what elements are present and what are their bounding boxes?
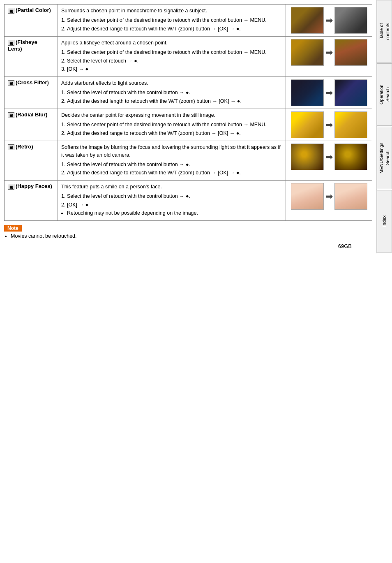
arrow-happy-faces: ➡ [325,191,333,202]
image-after-radial-blur [334,111,367,138]
steps-list-fisheye-lens: Select the center point of the desired i… [67,49,282,73]
description-radial-blur: Decides the center point for expressing … [58,109,286,141]
feature-name-text-cross-filter: (Cross Filter) [16,79,49,86]
sidebar-tab-operation-search[interactable]: Operation Search [377,63,392,126]
step-fisheye-lens-2: [OK] → ● [67,65,282,73]
step-partial-color-0: Select the center point of the desired i… [67,16,282,24]
bullet-happy-faces-0: Retouching may not be possible depending… [67,209,282,217]
images-partial-color: ➡ [286,5,372,37]
description-partial-color: Surrounds a chosen point in monochrome t… [58,5,286,37]
bullets-happy-faces: Retouching may not be possible depending… [67,209,282,217]
note-section: Note Movies cannot be retouched. [4,225,372,239]
image-after-partial-color [334,7,367,34]
feature-name-retro: ▣(Retro) [5,141,58,181]
steps-list-retro: Select the level of retouch with the con… [67,161,282,177]
images-fisheye-lens: ➡ [286,37,372,77]
images-row-cross-filter: ➡ [289,79,369,106]
arrow-fisheye-lens: ➡ [325,47,333,58]
images-row-radial-blur: ➡ [289,111,369,138]
image-before-happy-faces [291,183,324,210]
image-after-happy-faces [334,183,367,210]
description-intro-fisheye-lens: Applies a fisheye effect around a chosen… [61,39,282,47]
right-sidebar: Table of contentsOperation SearchMENU/Se… [376,0,392,253]
step-radial-blur-1: Adjust the desired range to retouch with… [67,130,282,137]
arrow-cross-filter: ➡ [325,88,333,98]
page-number: 69GB [338,243,352,249]
image-after-retro [334,144,367,170]
feature-icon-cross-filter: ▣ [8,80,14,86]
note-list: Movies cannot be retouched. [11,233,372,239]
step-fisheye-lens-1: Select the level of retouch → ●. [67,57,282,65]
image-after-cross-filter [334,79,367,106]
steps-list-happy-faces: Select the level of retouch with the con… [67,192,282,209]
step-cross-filter-0: Select the level of retouch with the con… [67,89,282,97]
images-radial-blur: ➡ [286,109,372,141]
feature-name-text-partial-color: (Partial Color) [16,7,51,13]
step-cross-filter-1: Adjust the desired length to retouch wit… [67,97,282,105]
images-cross-filter: ➡ [286,77,372,109]
feature-name-text-happy-faces: (Happy Faces) [16,183,52,189]
description-intro-retro: Softens the image by blurring the focus … [61,144,282,159]
step-partial-color-1: Adjust the desired range to retouch with… [67,25,282,33]
description-retro: Softens the image by blurring the focus … [58,141,286,181]
images-row-partial-color: ➡ [289,7,369,34]
feature-name-cross-filter: ▣(Cross Filter) [5,77,58,109]
image-before-radial-blur [291,111,324,138]
sidebar-tab-menu-settings-search[interactable]: MENU/Settings Search [377,127,392,189]
feature-icon-partial-color: ▣ [8,8,14,14]
step-happy-faces-1: [OK] → ● [67,201,282,209]
feature-name-happy-faces: ▣(Happy Faces) [5,181,58,221]
feature-name-text-retro: (Retro) [16,144,33,150]
description-intro-radial-blur: Decides the center point for expressing … [61,111,282,119]
arrow-retro: ➡ [325,152,333,162]
step-fisheye-lens-0: Select the center point of the desired i… [67,49,282,56]
step-happy-faces-0: Select the level of retouch with the con… [67,192,282,200]
arrow-partial-color: ➡ [325,15,333,26]
images-happy-faces: ➡ [286,181,372,221]
step-radial-blur-0: Select the center point of the desired i… [67,121,282,129]
main-content: ▣(Partial Color)Surrounds a chosen point… [0,0,376,253]
description-intro-cross-filter: Adds starburst effects to light sources. [61,79,282,87]
feature-icon-radial-blur: ▣ [8,112,14,118]
image-before-fisheye-lens [291,39,324,66]
arrow-radial-blur: ➡ [325,120,333,130]
features-table: ▣(Partial Color)Surrounds a chosen point… [4,4,372,221]
images-row-fisheye-lens: ➡ [289,39,369,66]
steps-list-radial-blur: Select the center point of the desired i… [67,121,282,137]
image-before-partial-color [291,7,324,34]
sidebar-tab-table-of-contents[interactable]: Table of contents [377,0,392,63]
image-before-cross-filter [291,79,324,106]
description-fisheye-lens: Applies a fisheye effect around a chosen… [58,37,286,77]
feature-name-partial-color: ▣(Partial Color) [5,5,58,37]
step-retro-1: Adjust the desired range to retouch with… [67,169,282,177]
note-label: Note [4,225,22,232]
feature-name-text-radial-blur: (Radial Blur) [16,111,47,118]
feature-name-fisheye-lens: ▣(Fisheye Lens) [5,37,58,77]
description-intro-happy-faces: This feature puts a smile on a person's … [61,183,282,191]
step-retro-0: Select the level of retouch with the con… [67,161,282,169]
steps-list-partial-color: Select the center point of the desired i… [67,16,282,33]
feature-icon-fisheye-lens: ▣ [8,40,14,46]
image-after-fisheye-lens [334,39,367,66]
feature-name-radial-blur: ▣(Radial Blur) [5,109,58,141]
images-row-happy-faces: ➡ [289,183,369,210]
description-happy-faces: This feature puts a smile on a person's … [58,181,286,221]
description-intro-partial-color: Surrounds a chosen point in monochrome t… [61,7,282,15]
images-row-retro: ➡ [289,144,369,170]
description-cross-filter: Adds starburst effects to light sources.… [58,77,286,109]
steps-list-cross-filter: Select the level of retouch with the con… [67,89,282,105]
image-before-retro [291,144,324,170]
images-retro: ➡ [286,141,372,181]
page-number-area: 69GB [4,243,372,249]
note-item-0: Movies cannot be retouched. [11,233,372,239]
sidebar-tab-index[interactable]: Index [377,190,392,253]
feature-icon-happy-faces: ▣ [8,184,14,190]
feature-icon-retro: ▣ [8,144,14,150]
